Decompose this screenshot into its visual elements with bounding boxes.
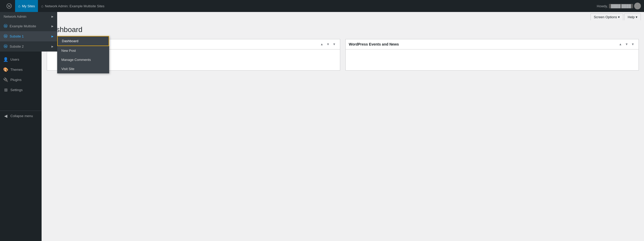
username-text: ████ ████ — [609, 4, 633, 8]
widget-body-events — [346, 49, 639, 70]
flyout-item-subsite1[interactable]: Ⓦ Subsite 1 ▶ — [0, 31, 57, 41]
widget-controls-events: ▲ ▼ ▼ — [618, 42, 635, 47]
themes-icon: 🎨 — [3, 67, 8, 72]
example-multisite-label: Example Multisite — [10, 24, 36, 28]
submenu-item-visit-site[interactable]: Visit Site — [57, 64, 109, 73]
screen-options-button[interactable]: Screen Options ▾ — [590, 14, 623, 20]
manage-comments-label: Manage Comments — [61, 58, 91, 62]
subsite1-arrow: ▶ — [51, 35, 54, 38]
sidebar-item-users[interactable]: 👤 Users — [0, 54, 42, 65]
widget-down-btn-events[interactable]: ▼ — [624, 42, 629, 47]
sidebar-item-collapse[interactable]: ◀ Collapse menu — [0, 111, 42, 121]
plugins-icon: 🔌 — [3, 77, 8, 82]
plugins-label: Plugins — [10, 78, 38, 82]
submenu-flyout: Dashboard New Post Manage Comments Visit… — [57, 36, 109, 73]
subsite2-arrow: ▶ — [51, 45, 54, 48]
widget-toggle-btn-events[interactable]: ▼ — [630, 42, 635, 47]
themes-label: Themes — [10, 68, 38, 72]
subsite2-wp-icon: Ⓦ — [4, 44, 8, 49]
subsite2-label: Subsite 2 — [10, 45, 24, 48]
network-admin-menu[interactable]: ⌂ Network Admin: Example Multisite Sites — [38, 0, 108, 12]
page-title: Dashboard — [47, 26, 639, 34]
collapse-icon: ◀ — [3, 113, 8, 118]
widget-title-events: WordPress Events and News — [349, 42, 399, 46]
network-admin-arrow: ▶ — [51, 15, 54, 18]
help-arrow: ▾ — [636, 15, 638, 19]
users-icon: 👤 — [3, 57, 8, 62]
screen-meta-bar: Screen Options ▾ Help ▾ — [42, 12, 644, 20]
collapse-label: Collapse menu — [10, 114, 38, 118]
dashboard-submenu-label: Dashboard — [62, 39, 78, 43]
help-label: Help — [628, 15, 635, 19]
widget-box-events: WordPress Events and News ▲ ▼ ▼ — [345, 39, 639, 71]
widget-up-btn-1[interactable]: ▲ — [319, 42, 324, 47]
my-sites-label: My Sites — [22, 4, 35, 8]
page-body: Dashboard ▲ ▼ ▼ — [42, 20, 644, 71]
widget-up-btn-events[interactable]: ▲ — [618, 42, 623, 47]
sidebar-item-plugins[interactable]: 🔌 Plugins — [0, 75, 42, 85]
example-multisite-arrow: ▶ — [51, 25, 54, 28]
network-admin-icon: ⌂ — [41, 4, 43, 8]
submenu-item-dashboard[interactable]: Dashboard — [57, 36, 109, 46]
admin-bar: W ⌂ My Sites ⌂ Network Admin: Example Mu… — [0, 0, 644, 12]
subsite1-label: Subsite 1 — [10, 34, 24, 38]
my-sites-icon: ⌂ — [18, 4, 20, 8]
howdy-text: Howdy, — [597, 4, 608, 8]
network-admin-flyout-label: Network Admin — [4, 15, 26, 18]
dashboard-widgets: ▲ ▼ ▼ WordPress Events and News ▲ — [47, 39, 639, 71]
submenu-item-manage-comments[interactable]: Manage Comments — [57, 55, 109, 64]
submenu-item-new-post[interactable]: New Post — [57, 46, 109, 55]
users-label: Users — [10, 58, 38, 61]
content-wrap: Dashboard ▲ ▼ ▼ — [47, 26, 639, 71]
widget-down-btn-1[interactable]: ▼ — [325, 42, 331, 47]
sidebar-item-settings[interactable]: ⊞ Settings — [0, 85, 42, 95]
screen-options-arrow: ▾ — [618, 15, 620, 19]
network-admin-label: Network Admin: Example Multisite Sites — [45, 4, 104, 8]
settings-label: Settings — [10, 88, 38, 92]
help-button[interactable]: Help ▾ — [624, 14, 641, 20]
example-multisite-wp-icon: Ⓦ — [4, 24, 8, 29]
new-post-label: New Post — [61, 49, 76, 53]
flyout-item-network-admin[interactable]: Network Admin ▶ — [0, 12, 57, 21]
subsite1-wp-icon: Ⓦ — [4, 34, 8, 39]
avatar[interactable] — [634, 3, 641, 9]
settings-icon: ⊞ — [3, 87, 8, 92]
adminbar-left: W ⌂ My Sites ⌂ Network Admin: Example Mu… — [3, 0, 108, 12]
visit-site-label: Visit Site — [61, 67, 74, 71]
wp-logo-icon[interactable]: W — [3, 0, 15, 12]
flyout-item-example-multisite[interactable]: Ⓦ Example Multisite ▶ — [0, 21, 57, 31]
screen-options-label: Screen Options — [594, 15, 617, 19]
widget-controls-1: ▲ ▼ ▼ — [319, 42, 337, 47]
my-sites-menu[interactable]: ⌂ My Sites — [15, 0, 38, 12]
sidebar-item-themes[interactable]: 🎨 Themes — [0, 65, 42, 75]
main-content: Screen Options ▾ Help ▾ Dashboard — [42, 12, 644, 241]
flyout-container: Network Admin ▶ Ⓦ Example Multisite ▶ Ⓦ … — [0, 12, 57, 52]
svg-text:W: W — [8, 4, 11, 8]
adminbar-right: Howdy, ████ ████ — [597, 3, 641, 9]
widget-toggle-btn-1[interactable]: ▼ — [332, 42, 337, 47]
flyout-menu: Network Admin ▶ Ⓦ Example Multisite ▶ Ⓦ … — [0, 12, 57, 52]
flyout-item-subsite2[interactable]: Ⓦ Subsite 2 ▶ — [0, 41, 57, 52]
widget-header-events: WordPress Events and News ▲ ▼ ▼ — [346, 39, 639, 49]
